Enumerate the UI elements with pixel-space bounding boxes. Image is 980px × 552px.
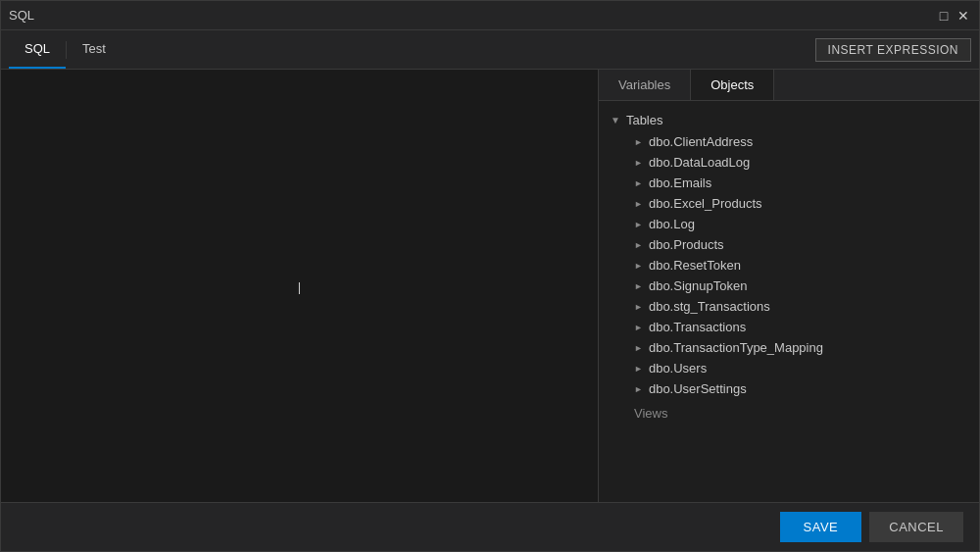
item-arrow-icon: ►	[634, 240, 643, 250]
window-title: SQL	[9, 8, 34, 23]
sql-editor-textarea[interactable]	[1, 70, 598, 502]
list-item[interactable]: ► dbo.SignupToken	[599, 276, 979, 296]
cancel-button[interactable]: CANCEL	[869, 512, 963, 542]
tables-header[interactable]: ▼ Tables	[599, 109, 979, 131]
item-arrow-icon: ►	[634, 364, 643, 374]
item-arrow-icon: ►	[634, 384, 643, 394]
sql-window: SQL □ ✕ SQL Test INSERT EXPRESSION |	[0, 0, 980, 552]
list-item[interactable]: ► dbo.Users	[599, 358, 979, 378]
title-bar-controls: □ ✕	[936, 8, 971, 24]
list-item[interactable]: ► dbo.UserSettings	[599, 378, 979, 399]
item-arrow-icon: ►	[634, 281, 643, 291]
item-arrow-icon: ►	[634, 343, 643, 353]
list-item[interactable]: ► dbo.stg_Transactions	[599, 296, 979, 317]
list-item[interactable]: ► dbo.Products	[599, 234, 979, 255]
list-item[interactable]: ► dbo.ClientAddress	[599, 131, 979, 152]
list-item[interactable]: ► dbo.Excel_Products	[599, 193, 979, 214]
item-arrow-icon: ►	[634, 302, 643, 312]
item-arrow-icon: ►	[634, 261, 643, 271]
tab-objects[interactable]: Objects	[691, 70, 774, 100]
item-arrow-icon: ►	[634, 220, 643, 229]
list-item[interactable]: ► dbo.Transactions	[599, 317, 979, 337]
tab-test[interactable]: Test	[67, 30, 122, 69]
tables-expand-icon: ▼	[611, 115, 620, 125]
item-arrow-icon: ►	[634, 323, 643, 332]
list-item[interactable]: ► dbo.DataLoadLog	[599, 152, 979, 173]
tab-sql[interactable]: SQL	[9, 30, 66, 69]
sql-editor-panel: |	[1, 70, 599, 502]
item-arrow-icon: ►	[634, 158, 643, 168]
toolbar: SQL Test INSERT EXPRESSION	[1, 30, 979, 70]
footer: SAVE CANCEL	[1, 502, 979, 551]
views-label: Views	[599, 403, 979, 424]
main-content: | Variables Objects ▼ Tables	[1, 70, 979, 502]
list-item[interactable]: ► dbo.Emails	[599, 173, 979, 193]
tables-label: Tables	[626, 113, 663, 127]
title-bar: SQL □ ✕	[1, 1, 979, 30]
panel-tabs: Variables Objects	[599, 70, 979, 101]
item-arrow-icon: ►	[634, 137, 643, 147]
insert-expression-button[interactable]: INSERT EXPRESSION	[815, 38, 971, 62]
list-item[interactable]: ► dbo.ResetToken	[599, 255, 979, 276]
minimize-button[interactable]: □	[936, 8, 952, 24]
list-item[interactable]: ► dbo.Log	[599, 214, 979, 234]
save-button[interactable]: SAVE	[780, 512, 862, 542]
title-bar-left: SQL	[9, 8, 34, 23]
objects-tree[interactable]: ▼ Tables ► dbo.ClientAddress ► dbo.DataL…	[599, 101, 979, 502]
close-button[interactable]: ✕	[956, 8, 971, 24]
list-item[interactable]: ► dbo.TransactionType_Mapping	[599, 337, 979, 358]
tables-section: ▼ Tables ► dbo.ClientAddress ► dbo.DataL…	[599, 105, 979, 403]
item-arrow-icon: ►	[634, 178, 643, 188]
right-panel: Variables Objects ▼ Tables ► dbo.ClientA…	[599, 70, 979, 502]
tabs-container: SQL Test	[9, 30, 122, 69]
item-arrow-icon: ►	[634, 199, 643, 209]
tab-variables[interactable]: Variables	[599, 70, 691, 100]
